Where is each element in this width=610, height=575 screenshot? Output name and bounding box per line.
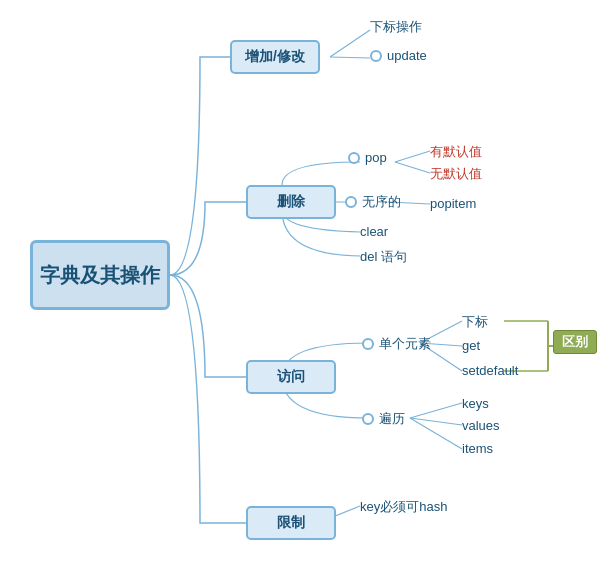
root-label: 字典及其操作 [40,262,160,289]
leaf-text: popitem [430,196,476,211]
svg-line-3 [395,162,430,173]
leaf-text: 单个元素 [379,335,431,353]
leaf-text: 遍历 [379,410,405,428]
dot-icon [345,196,357,208]
leaf-single-elem: 单个元素 [362,335,431,353]
leaf-text: 有默认值 [430,143,482,161]
leaf-del-stmt: del 语句 [360,248,407,266]
branch-limit: 限制 [246,506,336,540]
leaf-items: items [462,441,493,456]
leaf-key-hash: key必须可hash [360,498,447,516]
leaf-wuxude: popitem [430,196,476,211]
root-node: 字典及其操作 [30,240,170,310]
svg-line-10 [410,418,462,449]
leaf-pop: pop [348,150,387,165]
leaf-text: items [462,441,493,456]
leaf-text: 下标操作 [370,18,422,36]
svg-line-9 [410,418,462,425]
branch-add: 增加/修改 [230,40,320,74]
svg-line-2 [395,151,430,162]
leaf-text: pop [365,150,387,165]
branch-del-label: 删除 [277,193,305,211]
leaf-text: values [462,418,500,433]
dot-icon [348,152,360,164]
leaf-xiabiao: 下标 [462,313,488,331]
leaf-get: get [462,338,480,353]
svg-line-1 [330,57,370,58]
leaf-text: update [387,48,427,63]
leaf-popitem: 无序的 [345,193,401,211]
leaf-xiabiao-caozuo: 下标操作 [370,18,422,36]
branch-limit-label: 限制 [277,514,305,532]
dot-icon [370,50,382,62]
leaf-wu-moren: 无默认值 [430,165,482,183]
leaf-text: clear [360,224,388,239]
leaf-keys: keys [462,396,489,411]
branch-del: 删除 [246,185,336,219]
badge-qubie: 区别 [553,330,597,354]
branch-add-label: 增加/修改 [245,48,305,66]
leaf-values: values [462,418,500,433]
leaf-text: setdefault [462,363,518,378]
leaf-text: keys [462,396,489,411]
badge-label: 区别 [562,334,588,349]
dot-icon [362,338,374,350]
svg-line-0 [330,30,370,57]
leaf-you-moren: 有默认值 [430,143,482,161]
leaf-clear: clear [360,224,388,239]
leaf-text: 无默认值 [430,165,482,183]
leaf-update: update [370,48,427,63]
leaf-bianli: 遍历 [362,410,405,428]
leaf-text: key必须可hash [360,498,447,516]
svg-line-8 [410,403,462,418]
leaf-setdefault: setdefault [462,363,518,378]
branch-visit: 访问 [246,360,336,394]
leaf-text: get [462,338,480,353]
dot-icon [362,413,374,425]
leaf-text: 无序的 [362,193,401,211]
leaf-text: 下标 [462,313,488,331]
branch-visit-label: 访问 [277,368,305,386]
leaf-text: del 语句 [360,248,407,266]
